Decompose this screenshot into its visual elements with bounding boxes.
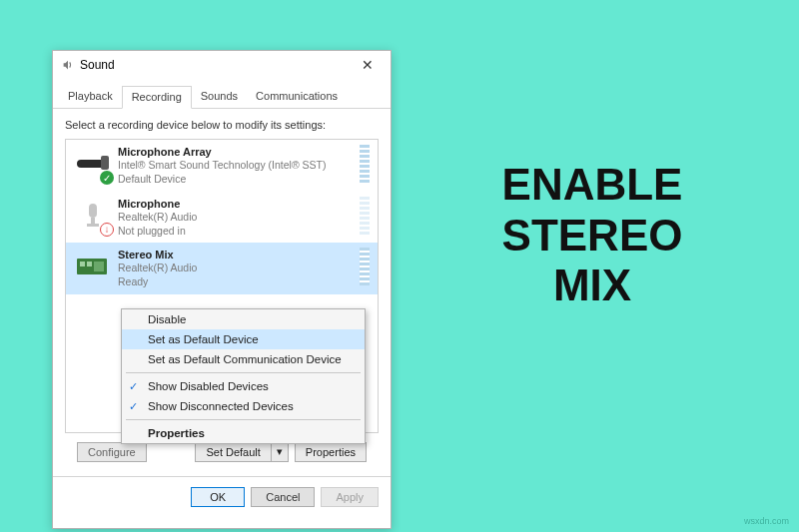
svg-rect-1 bbox=[101, 156, 109, 170]
device-item-microphone-array[interactable]: ✓ Microphone Array Intel® Smart Sound Te… bbox=[66, 140, 378, 192]
svg-rect-0 bbox=[77, 160, 105, 168]
device-item-microphone[interactable]: ↓ Microphone Realtek(R) Audio Not plugge… bbox=[66, 192, 378, 244]
context-menu: Disable Set as Default Device Set as Def… bbox=[121, 308, 366, 444]
ctx-disable[interactable]: Disable bbox=[122, 309, 365, 329]
ctx-show-disconnected[interactable]: ✓Show Disconnected Devices bbox=[122, 396, 365, 416]
set-default-button[interactable]: Set Default bbox=[195, 442, 271, 462]
device-desc: Intel® Smart Sound Technology (Intel® SS… bbox=[118, 159, 360, 173]
device-name: Microphone Array bbox=[118, 145, 360, 159]
ctx-set-default[interactable]: Set as Default Device bbox=[122, 329, 365, 349]
device-item-stereo-mix[interactable]: Stereo Mix Realtek(R) Audio Ready bbox=[66, 243, 378, 294]
device-status: Not plugged in bbox=[118, 225, 360, 239]
svg-rect-8 bbox=[94, 262, 104, 271]
tab-recording[interactable]: Recording bbox=[122, 86, 192, 109]
level-meter bbox=[360, 145, 370, 183]
heading-line: MIX bbox=[467, 261, 717, 311]
ctx-set-default-comm[interactable]: Set as Default Communication Device bbox=[122, 349, 365, 369]
titlebar: Sound ✕ bbox=[53, 51, 391, 79]
watermark: wsxdn.com bbox=[744, 516, 789, 526]
tab-communications[interactable]: Communications bbox=[247, 86, 347, 109]
device-text: Stereo Mix Realtek(R) Audio Ready bbox=[118, 248, 360, 289]
ctx-separator bbox=[126, 419, 361, 420]
microphone-array-icon: ✓ bbox=[74, 145, 112, 183]
apply-button[interactable]: Apply bbox=[321, 487, 379, 507]
ctx-show-disabled[interactable]: ✓Show Disabled Devices bbox=[122, 376, 365, 396]
dialog-footer: OK Cancel Apply bbox=[53, 476, 391, 517]
microphone-icon: ↓ bbox=[74, 197, 112, 235]
svg-rect-6 bbox=[80, 262, 85, 266]
side-heading: ENABLE STEREO MIX bbox=[467, 160, 717, 311]
close-icon: ✕ bbox=[362, 57, 374, 73]
check-icon: ✓ bbox=[129, 400, 138, 413]
instruction-text: Select a recording device below to modif… bbox=[65, 119, 379, 131]
device-desc: Realtek(R) Audio bbox=[118, 262, 360, 275]
device-name: Microphone bbox=[118, 197, 360, 211]
device-name: Stereo Mix bbox=[118, 248, 360, 262]
unplugged-badge-icon: ↓ bbox=[100, 223, 114, 237]
device-status: Default Device bbox=[118, 173, 360, 187]
tab-sounds[interactable]: Sounds bbox=[192, 86, 247, 109]
sound-dialog: Sound ✕ Playback Recording Sounds Commun… bbox=[52, 50, 392, 529]
check-icon: ✓ bbox=[129, 380, 138, 393]
ctx-separator bbox=[126, 372, 361, 373]
ctx-label: Show Disconnected Devices bbox=[148, 400, 294, 412]
cancel-button[interactable]: Cancel bbox=[251, 487, 315, 507]
device-desc: Realtek(R) Audio bbox=[118, 211, 360, 225]
svg-rect-7 bbox=[87, 262, 92, 266]
heading-line: STEREO bbox=[467, 211, 717, 262]
sound-card-icon bbox=[74, 248, 112, 285]
close-button[interactable]: ✕ bbox=[351, 54, 385, 76]
chevron-down-icon: ▾ bbox=[277, 445, 283, 457]
svg-rect-2 bbox=[89, 204, 97, 218]
configure-button[interactable]: Configure bbox=[77, 442, 147, 462]
ctx-properties[interactable]: Properties bbox=[122, 423, 365, 443]
level-meter bbox=[360, 248, 370, 285]
heading-line: ENABLE bbox=[467, 160, 717, 211]
properties-button[interactable]: Properties bbox=[295, 442, 367, 462]
tab-playback[interactable]: Playback bbox=[59, 86, 122, 109]
tab-strip: Playback Recording Sounds Communications bbox=[53, 79, 391, 109]
ok-button[interactable]: OK bbox=[191, 487, 245, 507]
ctx-label: Show Disabled Devices bbox=[148, 380, 269, 392]
tab-content: Select a recording device below to modif… bbox=[53, 109, 391, 476]
device-text: Microphone Array Intel® Smart Sound Tech… bbox=[118, 145, 360, 187]
device-list: ✓ Microphone Array Intel® Smart Sound Te… bbox=[65, 139, 379, 433]
check-badge-icon: ✓ bbox=[100, 171, 114, 185]
dialog-title: Sound bbox=[80, 58, 115, 72]
svg-rect-4 bbox=[87, 224, 99, 227]
set-default-dropdown[interactable]: ▾ bbox=[272, 441, 289, 462]
device-text: Microphone Realtek(R) Audio Not plugged … bbox=[118, 197, 360, 239]
svg-rect-3 bbox=[91, 218, 95, 224]
device-status: Ready bbox=[118, 275, 360, 289]
level-meter bbox=[360, 197, 370, 235]
speaker-icon bbox=[61, 58, 75, 72]
